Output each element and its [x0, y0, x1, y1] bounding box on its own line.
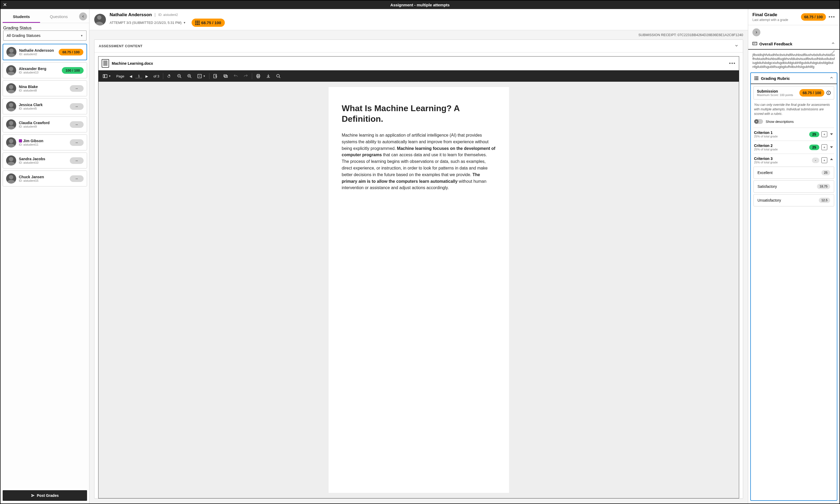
annotate-button[interactable] [211, 72, 220, 80]
svg-rect-34 [756, 78, 757, 79]
student-card[interactable]: Nina BlakeID: aistudent8-- [3, 80, 87, 96]
student-card[interactable]: Nathalie AnderssonID: aistudent268.75 / … [3, 44, 87, 60]
chevron-down-icon [734, 43, 739, 48]
zoom-in-button[interactable] [185, 72, 194, 80]
left-panel: Students Questions Grading Status All Gr… [1, 9, 89, 503]
student-name: Jim Gibson [19, 139, 67, 143]
student-card[interactable]: Jim GibsonID: aistudent11-- [3, 134, 87, 150]
criterion-expand-button[interactable] [829, 131, 834, 137]
submission-receipt: SUBMISSION RECEIPT: 07C2231BB4264D28B36E… [89, 30, 748, 39]
student-grade-pill: -- [70, 175, 84, 182]
sidebar-toggle-button[interactable]: ▼ [101, 72, 113, 80]
criterion-name: Criterion 2 [754, 144, 807, 148]
feedback-text: jfbvidlsjhfviludhfxcbviuhdfilvuhbsdfliux… [752, 53, 835, 69]
document-menu-button[interactable]: ••• [729, 61, 736, 66]
submission-max: Maximum Score: 100 points [757, 93, 797, 96]
info-icon[interactable]: i [826, 91, 831, 95]
pencil-icon [831, 50, 835, 54]
zoom-out-button[interactable] [175, 72, 184, 80]
final-grade-menu-button[interactable]: ••• [828, 14, 835, 20]
redo-button[interactable] [241, 72, 250, 80]
download-button[interactable] [264, 72, 273, 80]
svg-rect-10 [105, 74, 107, 78]
student-grade-pill: -- [70, 103, 84, 110]
overall-feedback-label: Overall Feedback [759, 42, 829, 46]
student-grade-pill: -- [70, 121, 84, 128]
student-card[interactable]: Jessica ClarkID: aistudent5-- [3, 98, 87, 114]
expand-right-panel-button[interactable] [752, 29, 760, 36]
close-button[interactable]: ✕ [1, 2, 9, 8]
attempt-selector[interactable]: ATTEMPT 3/3 (SUBMITTED 2/15/23, 5:31 PM) [110, 21, 181, 25]
student-card[interactable]: Alexander BergID: aistudent13100 / 100 [3, 62, 87, 78]
criterion-row: Criterion 325% of total grade-＋ [753, 154, 834, 167]
rubric-level[interactable]: Unsatisfactory12.5 [753, 194, 834, 206]
student-card[interactable]: Claudia CrawfordID: aistudent9-- [3, 116, 87, 132]
show-descriptions-toggle[interactable]: ✕ [754, 119, 763, 124]
svg-rect-1 [197, 21, 198, 22]
svg-rect-31 [756, 76, 757, 77]
chevron-down-icon[interactable]: ▼ [183, 21, 186, 24]
student-id: ID: aistudent15 [19, 179, 67, 182]
collapse-left-panel-button[interactable] [79, 13, 87, 20]
level-name: Unsatisfactory [757, 198, 781, 202]
comment-button[interactable] [221, 72, 230, 80]
svg-rect-6 [195, 24, 196, 25]
grading-status-filter[interactable]: Grading Status All Grading Statuses ▼ [3, 26, 87, 41]
post-grades-button[interactable]: Post Grades [3, 490, 87, 501]
svg-rect-36 [755, 79, 756, 80]
svg-rect-2 [198, 21, 199, 22]
rubric-level[interactable]: Excellent25 [753, 167, 834, 179]
criterion-feedback-button[interactable]: ＋ [821, 131, 827, 137]
student-avatar [6, 119, 16, 129]
fit-page-button[interactable]: ▼ [195, 72, 208, 80]
student-name: Nathalie Andersson [110, 12, 152, 18]
student-avatar [6, 47, 16, 57]
student-grade-pill: -- [70, 157, 84, 164]
level-value: 12.5 [819, 198, 830, 203]
svg-rect-8 [198, 24, 199, 25]
chevron-left-icon [81, 15, 85, 18]
tab-questions[interactable]: Questions [40, 12, 77, 23]
next-page-button[interactable]: ▶ [143, 73, 150, 80]
criterion-expand-button[interactable] [829, 145, 834, 150]
document-filename: Machine Learning.docx [112, 61, 727, 66]
page-number-input[interactable] [135, 74, 142, 78]
print-button[interactable] [254, 72, 263, 80]
student-name: Sandra Jacobs [19, 157, 67, 161]
criterion-feedback-button[interactable]: ＋ [821, 144, 827, 150]
collapse-feedback-button[interactable] [831, 41, 835, 47]
collapse-assessment-button[interactable] [734, 43, 739, 49]
attempt-score-pill[interactable]: 68.75 / 100 [192, 19, 225, 27]
undo-button[interactable] [231, 72, 240, 80]
search-button[interactable] [274, 72, 283, 80]
criterion-expand-button[interactable] [829, 158, 834, 163]
rubric-note: You can only override the final grade fo… [754, 103, 834, 116]
submission-label: Submission [757, 89, 797, 93]
student-id: ID: aistudent11 [19, 143, 67, 146]
document-viewport[interactable]: What Is Machine Learning? A Definition. … [99, 82, 739, 498]
criterion-feedback-button[interactable]: ＋ [821, 157, 827, 163]
collapse-rubric-button[interactable] [829, 76, 834, 81]
document-icon [102, 59, 109, 68]
student-name: Nathalie Andersson [19, 48, 56, 53]
student-card[interactable]: Sandra JacobsID: aistudent10-- [3, 152, 87, 168]
rubric-level[interactable]: Satisfactory18.75 [753, 180, 834, 193]
edit-feedback-button[interactable] [831, 50, 835, 55]
prev-page-button[interactable]: ◀ [127, 73, 134, 80]
tab-students[interactable]: Students [3, 12, 40, 23]
student-id: ID: aistudent2 [158, 13, 178, 17]
final-grade-label: Final Grade [752, 12, 798, 18]
student-name: Chuck Jansen [19, 175, 67, 179]
student-id: ID: aistudent10 [19, 161, 67, 164]
student-name: Alexander Berg [19, 67, 59, 71]
student-id: ID: aistudent13 [19, 71, 59, 74]
page-label: Page [114, 73, 126, 80]
pan-tool-button[interactable] [165, 72, 174, 80]
level-name: Satisfactory [757, 184, 777, 188]
student-card[interactable]: Chuck JansenID: aistudent15-- [3, 170, 87, 186]
student-name: Nina Blake [19, 85, 67, 89]
student-avatar [6, 138, 16, 147]
window-title: Assignment - multiple attempts [390, 3, 450, 7]
student-grade-pill: 100 / 100 [62, 67, 84, 74]
final-grade-pill[interactable]: 68.75 / 100 [801, 13, 826, 21]
